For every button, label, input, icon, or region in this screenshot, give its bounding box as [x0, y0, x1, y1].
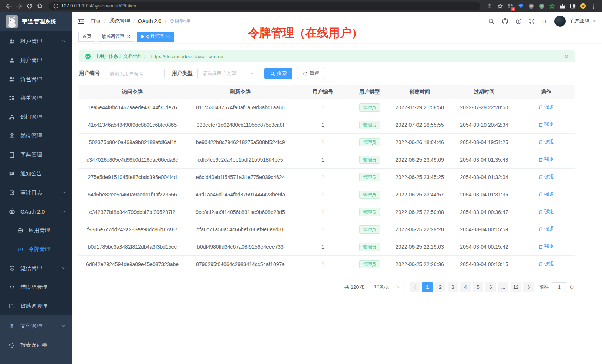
sidebar-item-label: 令牌管理: [29, 246, 50, 253]
force-logout-button[interactable]: 强退: [538, 208, 554, 215]
github-icon[interactable]: [501, 18, 508, 25]
page-unit: 页: [570, 284, 575, 291]
sidebar-item-dict[interactable]: 字典管理: [0, 145, 72, 164]
alert-doc-link[interactable]: https://doc.iocoder.cn/user-center/: [151, 54, 223, 59]
browser-address-bar[interactable]: 127.0.0.1:1024/system/oauth2/token: [49, 2, 480, 10]
sidebar-item-sensitive-word[interactable]: 敏感词管理: [0, 297, 72, 315]
force-logout-button[interactable]: 强退: [538, 139, 554, 145]
browser-reload-icon[interactable]: [24, 1, 34, 10]
page-button-1[interactable]: 1: [422, 282, 433, 292]
user-type-select[interactable]: 请选择用户类型: [197, 68, 258, 79]
cell-access-token: c347026e805e4d99b0d116eae66eda8c: [79, 151, 186, 168]
extensions-puzzle-icon[interactable]: [557, 1, 567, 10]
breadcrumb-item[interactable]: 系统管理: [109, 18, 130, 24]
fullscreen-icon[interactable]: [529, 18, 535, 24]
page-button-12[interactable]: 12: [511, 282, 521, 292]
table-row: 275e5de9151045fe87cbdc395e004f4de6cfd40e…: [79, 168, 575, 186]
browser-back-icon[interactable]: [4, 1, 13, 10]
browser-menu-icon[interactable]: [589, 1, 598, 10]
tab-token[interactable]: 令牌管理: [137, 32, 174, 42]
force-logout-button[interactable]: 强退: [538, 243, 554, 250]
sidebar-item-errcode[interactable]: 错误码管理: [0, 278, 72, 297]
force-logout-button[interactable]: 强退: [538, 191, 554, 198]
sidebar-item-oauth2-app[interactable]: 应用管理: [0, 221, 72, 240]
tab-close-icon[interactable]: [126, 34, 130, 39]
page-button-4[interactable]: 4: [460, 282, 471, 292]
page-button-2[interactable]: 2: [435, 282, 445, 292]
share-icon[interactable]: [485, 1, 494, 10]
browser-home-icon[interactable]: [35, 1, 45, 10]
page-size-select[interactable]: 10条/页: [370, 282, 404, 292]
profile-avatar-icon[interactable]: [578, 1, 588, 10]
extension-green-star-icon[interactable]: [547, 1, 557, 10]
next-page-button[interactable]: [523, 282, 534, 292]
dict-icon: [9, 152, 15, 158]
help-icon[interactable]: ?: [516, 18, 522, 24]
sidebar-item-dept[interactable]: 部门管理: [0, 107, 72, 126]
svg-text:⌘: ⌘: [530, 4, 533, 8]
force-logout-button[interactable]: 强退: [538, 173, 554, 180]
page-button-3[interactable]: 3: [448, 282, 458, 292]
cell-user-id: 1: [295, 151, 351, 168]
alert-text: 【用户体系】文档地址：: [94, 53, 147, 60]
refresh-icon: [303, 71, 308, 76]
sidebar-item-user[interactable]: 用户管理: [0, 51, 72, 70]
extension-record-icon[interactable]: [537, 1, 546, 10]
sidebar-item-oauth2-token[interactable]: A令牌管理: [0, 240, 72, 259]
cell-access-token: 275e5de9151045fe87cbdc395e004f4d: [79, 168, 186, 186]
reset-button[interactable]: 重置: [297, 68, 325, 79]
tab-home[interactable]: 首页: [78, 32, 95, 42]
app-title: 芋道管理系统: [22, 18, 56, 25]
tab-sensitive-word[interactable]: 敏感词管理: [98, 32, 134, 42]
force-logout-button[interactable]: 强退: [538, 261, 554, 267]
breadcrumb-item[interactable]: 首页: [91, 18, 101, 24]
cell-created-time: 2022-06-25 23:45:25: [389, 168, 451, 186]
user-type-badge: 管理员: [359, 121, 380, 129]
extension-command-icon[interactable]: ⌘: [526, 1, 536, 10]
search-button[interactable]: 搜索: [264, 68, 292, 79]
sidebar-item-report[interactable]: 报表设计器: [0, 335, 72, 354]
side-panel-icon[interactable]: [568, 1, 578, 10]
sidebar-item-label: 短信管理: [20, 265, 42, 272]
cell-user-id: 1: [295, 238, 351, 255]
force-logout-button[interactable]: 强退: [538, 121, 554, 128]
trash-icon: [538, 122, 543, 127]
breadcrumb-item[interactable]: OAuth 2.0: [138, 18, 161, 24]
sidebar-item-pay[interactable]: ¥支付管理: [0, 317, 72, 335]
user-id-input[interactable]: [105, 68, 165, 79]
cell-action: 强退: [517, 186, 575, 203]
tab-close-icon[interactable]: [166, 34, 170, 39]
sidebar-item-oauth2[interactable]: OAuth 2.0: [0, 202, 72, 221]
cell-access-token: b0d1785bc3a8482f812db4a3f3bd15ec: [79, 238, 186, 255]
table-row: c347026e805e4d99b0d116eae66eda8ccdfc4ce9…: [79, 151, 575, 168]
sidebar-toggle-icon[interactable]: [78, 19, 85, 24]
sidebar-item-post[interactable]: 岗位管理: [0, 126, 72, 145]
force-logout-button[interactable]: 强退: [538, 156, 554, 163]
search-icon[interactable]: [488, 18, 494, 24]
sidebar-item-menu[interactable]: 菜单管理: [0, 89, 72, 107]
font-size-icon[interactable]: TT: [542, 18, 547, 24]
sidebar-item-audit-log[interactable]: 审计日志: [0, 183, 72, 202]
browser-forward-icon[interactable]: [14, 1, 24, 10]
trash-icon: [538, 227, 543, 232]
chevron-up-icon: [62, 209, 66, 214]
alert-close-icon[interactable]: [565, 54, 569, 59]
bookmark-star-icon[interactable]: [495, 1, 505, 10]
goto-page-input[interactable]: [552, 282, 567, 292]
page-button-5[interactable]: 5: [473, 282, 483, 292]
sidebar-item-sms[interactable]: 短信管理: [0, 259, 72, 278]
extension-squares-icon[interactable]: 9: [506, 1, 515, 10]
prev-page-button[interactable]: [410, 282, 420, 292]
extension-gem-icon[interactable]: [516, 1, 526, 10]
force-logout-button[interactable]: 强退: [538, 226, 554, 232]
page-more-button[interactable]: ...: [498, 282, 508, 292]
sidebar-item-role[interactable]: 角色管理: [0, 70, 72, 89]
site-info-icon[interactable]: [53, 4, 58, 9]
user-type-badge: 管理员: [359, 225, 380, 234]
user-menu[interactable]: 芋道源码: [554, 16, 596, 27]
sidebar-item-tenant[interactable]: 租户管理: [0, 32, 72, 51]
force-logout-button[interactable]: 强退: [538, 104, 554, 110]
avatar: [554, 16, 566, 27]
sidebar-item-notice[interactable]: 通知公告: [0, 164, 72, 183]
page-button-6[interactable]: 6: [485, 282, 496, 292]
